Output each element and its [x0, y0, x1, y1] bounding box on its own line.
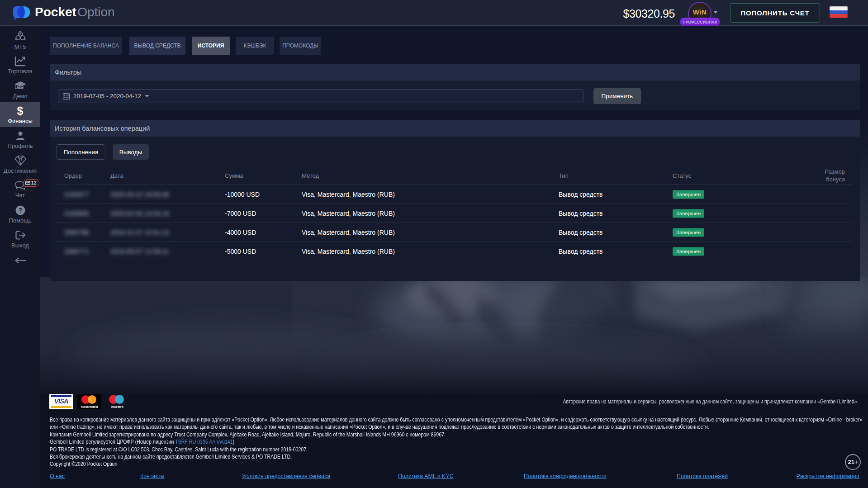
svg-text:5: 5	[19, 32, 21, 35]
svg-text:?: ?	[18, 207, 22, 214]
